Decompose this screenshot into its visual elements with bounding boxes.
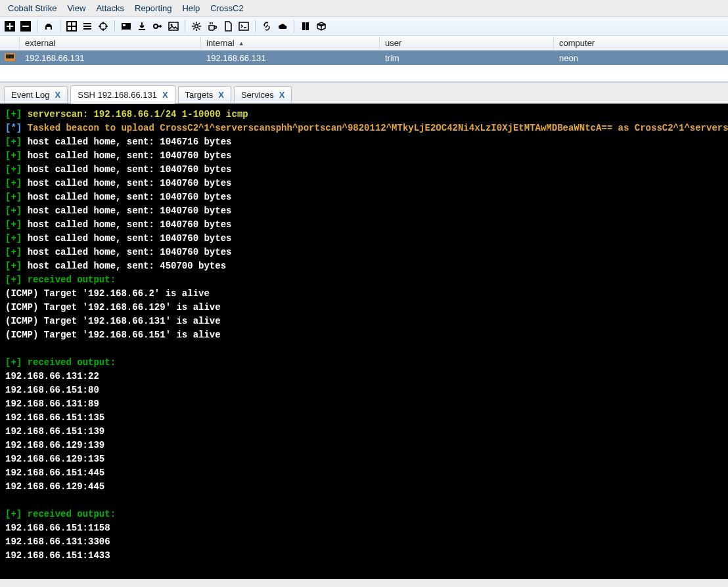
- beacon-table: external internal▲ user computer 192.168…: [0, 36, 728, 83]
- separator: [114, 20, 115, 32]
- menu-attacks[interactable]: Attacks: [92, 2, 128, 14]
- plus-icon[interactable]: [4, 20, 16, 32]
- tab-targets[interactable]: Targets X: [178, 86, 231, 103]
- svg-point-10: [154, 24, 158, 28]
- menu-cobalt-strike[interactable]: Cobalt Strike: [4, 2, 60, 14]
- terminal-icon[interactable]: [238, 20, 250, 32]
- grid-icon[interactable]: [66, 20, 78, 32]
- menubar: Cobalt Strike View Attacks Reporting Hel…: [0, 0, 728, 16]
- list-icon[interactable]: [81, 20, 93, 32]
- separator: [60, 20, 60, 32]
- separator: [37, 20, 37, 32]
- host-icon: [5, 53, 15, 63]
- separator: [255, 20, 256, 32]
- cloud-icon[interactable]: [277, 20, 288, 32]
- tab-label: Services: [241, 90, 274, 100]
- separator: [294, 20, 294, 32]
- tab-label: Event Log: [11, 90, 50, 100]
- col-user[interactable]: user: [380, 36, 554, 50]
- tab-label: SSH 192.168.66.131: [78, 90, 157, 100]
- svg-rect-14: [239, 22, 248, 30]
- sort-asc-icon: ▲: [239, 40, 244, 47]
- tab-label: Targets: [185, 90, 214, 100]
- beacon-console[interactable]: [+] serverscan: 192.168.66.1/24 1-10000 …: [0, 104, 728, 579]
- cell-internal: 192.168.66.131: [201, 53, 380, 63]
- svg-rect-11: [169, 22, 178, 30]
- close-icon[interactable]: X: [218, 90, 224, 100]
- table-header: external internal▲ user computer: [0, 36, 728, 51]
- close-icon[interactable]: X: [279, 90, 285, 100]
- cell-computer: neon: [554, 53, 728, 63]
- toolbar: [0, 16, 728, 36]
- link-icon[interactable]: [261, 20, 273, 32]
- cell-external: 192.168.66.131: [20, 53, 201, 63]
- col-user-label: user: [385, 38, 401, 48]
- minus-icon[interactable]: [20, 20, 32, 32]
- table-row[interactable]: 192.168.66.131 192.168.66.131 trim neon: [0, 51, 728, 65]
- download-icon[interactable]: [136, 20, 148, 32]
- col-computer-label: computer: [559, 38, 595, 48]
- close-icon[interactable]: X: [55, 90, 61, 100]
- col-external-label: external: [25, 38, 55, 48]
- svg-rect-16: [306, 22, 306, 30]
- menu-reporting[interactable]: Reporting: [131, 2, 175, 14]
- key-icon[interactable]: [152, 20, 164, 32]
- menu-view[interactable]: View: [63, 2, 89, 14]
- headphones-icon[interactable]: [43, 20, 55, 32]
- svg-rect-6: [72, 27, 76, 30]
- col-internal-label: internal: [206, 38, 235, 48]
- col-computer[interactable]: computer: [554, 36, 728, 50]
- col-external[interactable]: external: [20, 36, 201, 50]
- tab-services[interactable]: Services X: [234, 86, 292, 103]
- tabstrip: Event Log X SSH 192.168.66.131 X Targets…: [0, 83, 728, 104]
- close-icon[interactable]: X: [162, 90, 168, 100]
- cell-user: trim: [380, 53, 554, 63]
- svg-rect-3: [68, 22, 71, 26]
- svg-rect-5: [68, 27, 71, 30]
- image-icon[interactable]: [168, 20, 179, 32]
- table-blank: [0, 65, 728, 82]
- tab-ssh[interactable]: SSH 192.168.66.131 X: [70, 85, 175, 104]
- menu-crossc2[interactable]: CrossC2: [206, 2, 248, 14]
- menu-help[interactable]: Help: [178, 2, 204, 14]
- coffee-icon[interactable]: [206, 20, 218, 32]
- crosshair-icon[interactable]: [97, 20, 109, 32]
- separator: [185, 20, 185, 32]
- card-icon[interactable]: [120, 20, 132, 32]
- col-icon[interactable]: [0, 36, 20, 50]
- gear-icon[interactable]: [191, 20, 202, 32]
- box-icon[interactable]: [315, 20, 327, 32]
- col-internal[interactable]: internal▲: [201, 36, 380, 50]
- document-icon[interactable]: [222, 20, 234, 32]
- svg-rect-18: [6, 54, 14, 58]
- tab-event-log[interactable]: Event Log X: [4, 86, 68, 103]
- svg-rect-9: [123, 24, 125, 26]
- book-icon[interactable]: [300, 20, 311, 32]
- svg-point-13: [195, 25, 198, 28]
- svg-rect-4: [72, 22, 76, 26]
